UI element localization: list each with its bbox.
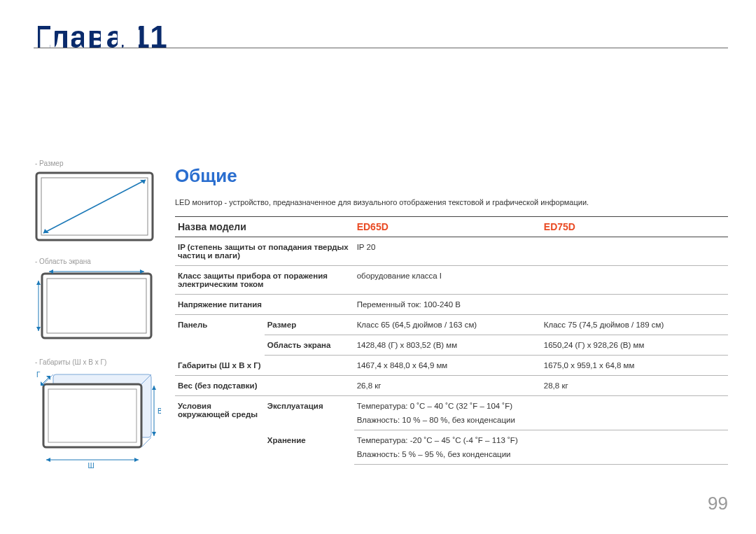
panel-area-b: 1650,24 (Г) x 928,26 (В) мм bbox=[541, 335, 728, 356]
spec-table: Назва модели ED65D ED75D IP (степень защ… bbox=[175, 216, 728, 465]
model-a: ED65D bbox=[354, 217, 541, 237]
svg-rect-6 bbox=[47, 279, 146, 333]
weight-a: 26,8 кг bbox=[354, 376, 541, 396]
diagram-dims-label: Габариты (Ш x В x Г) bbox=[35, 358, 154, 366]
dims-b: 1675,0 x 959,1 x 64,8 мм bbox=[541, 356, 728, 376]
svg-marker-12 bbox=[36, 327, 41, 331]
weight-b: 28,8 кг bbox=[541, 376, 728, 396]
svg-marker-20 bbox=[46, 458, 50, 462]
table-header-row: Назва модели ED65D ED75D bbox=[175, 217, 728, 237]
row-voltage: Напряжение питания Переменный ток: 100-2… bbox=[175, 295, 728, 315]
row-env-op-temp: Условия окружающей среды Эксплуатация Те… bbox=[175, 396, 728, 416]
diagram-screen-area-icon bbox=[35, 269, 154, 342]
env-label: Условия окружающей среды bbox=[175, 396, 265, 465]
svg-marker-11 bbox=[36, 281, 41, 285]
chapter-title-cut: Глава 11 bbox=[34, 20, 167, 49]
axis-d-label: Г bbox=[36, 371, 41, 379]
row-weight: Вес (без подставки) 26,8 кг 28,8 кг bbox=[175, 376, 728, 396]
axis-h-label: В bbox=[158, 407, 161, 415]
axis-w-label: Ш bbox=[88, 462, 94, 470]
panel-label: Панель bbox=[175, 315, 265, 356]
page-number: 99 bbox=[708, 493, 728, 514]
class-label: Класс защиты прибора от поражения электр… bbox=[175, 266, 354, 295]
panel-area-label: Область экрана bbox=[265, 335, 354, 356]
row-class: Класс защиты прибора от поражения электр… bbox=[175, 266, 728, 295]
env-st-temp: Температура: -20 ˚C – 45 ˚C (-4 ˚F – 113… bbox=[354, 430, 728, 451]
svg-marker-24 bbox=[152, 432, 156, 436]
ip-label: IP (степень защиты от попадания твердых … bbox=[175, 237, 354, 266]
ip-value: IP 20 bbox=[354, 237, 728, 266]
voltage-label: Напряжение питания bbox=[175, 295, 354, 315]
diagram-size-icon bbox=[35, 171, 154, 241]
svg-line-18 bbox=[141, 437, 151, 447]
row-panel-size: Панель Размер Класс 65 (64,5 дюймов / 16… bbox=[175, 315, 728, 335]
model-b: ED75D bbox=[541, 217, 728, 237]
env-st-label: Хранение bbox=[265, 430, 354, 465]
row-dimensions: Габариты (Ш x В x Г) 1467,4 x 848,0 x 64… bbox=[175, 356, 728, 376]
diagram-dims-icon: Ш В Г bbox=[35, 370, 161, 472]
svg-line-2 bbox=[43, 180, 146, 233]
svg-marker-23 bbox=[152, 386, 156, 390]
dims-label: Габариты (Ш x В x Г) bbox=[175, 356, 354, 376]
section-title: Общие bbox=[175, 165, 728, 187]
header-label: Назва модели bbox=[175, 217, 354, 237]
diagram-size-label: Размер bbox=[35, 160, 154, 167]
weight-label: Вес (без подставки) bbox=[175, 376, 354, 396]
dims-a: 1467,4 x 848,0 x 64,9 мм bbox=[354, 356, 541, 376]
diagram-size-block: Размер bbox=[35, 160, 154, 244]
svg-marker-21 bbox=[134, 458, 139, 462]
env-op-label: Эксплуатация bbox=[265, 396, 354, 430]
class-value: оборудование класса I bbox=[354, 266, 728, 295]
panel-area-a: 1428,48 (Г) x 803,52 (В) мм bbox=[354, 335, 541, 356]
row-ip: IP (степень защиты от попадания твердых … bbox=[175, 237, 728, 266]
svg-rect-5 bbox=[42, 274, 151, 338]
diagram-screen-area-label: Область экрана bbox=[35, 258, 154, 265]
env-op-hum: Влажность: 10 % – 80 %, без конденсации bbox=[354, 416, 728, 430]
main-content: Общие LED монитор - устройство, предназн… bbox=[175, 165, 728, 465]
env-st-hum: Влажность: 5 % – 95 %, без конденсации bbox=[354, 450, 728, 465]
sidebar-diagrams: Размер Область экрана Габариты (Ш x В x … bbox=[35, 160, 154, 489]
voltage-value: Переменный ток: 100-240 В bbox=[354, 295, 728, 315]
panel-size-b: Класс 75 (74,5 дюймов / 189 см) bbox=[541, 315, 728, 335]
diagram-screen-area-block: Область экрана bbox=[35, 258, 154, 344]
intro-text: LED монитор - устройство, предназначенно… bbox=[175, 198, 728, 206]
env-op-temp: Температура: 0 ˚C – 40 ˚C (32 ˚F – 104 ˚… bbox=[354, 396, 728, 416]
panel-size-label: Размер bbox=[265, 315, 354, 335]
svg-rect-14 bbox=[43, 384, 141, 447]
panel-size-a: Класс 65 (64,5 дюймов / 163 см) bbox=[354, 315, 541, 335]
chapter-title-text: Глава 11 bbox=[34, 20, 167, 49]
diagram-dims-block: Габариты (Ш x В x Г) Ш В Г bbox=[35, 358, 154, 475]
